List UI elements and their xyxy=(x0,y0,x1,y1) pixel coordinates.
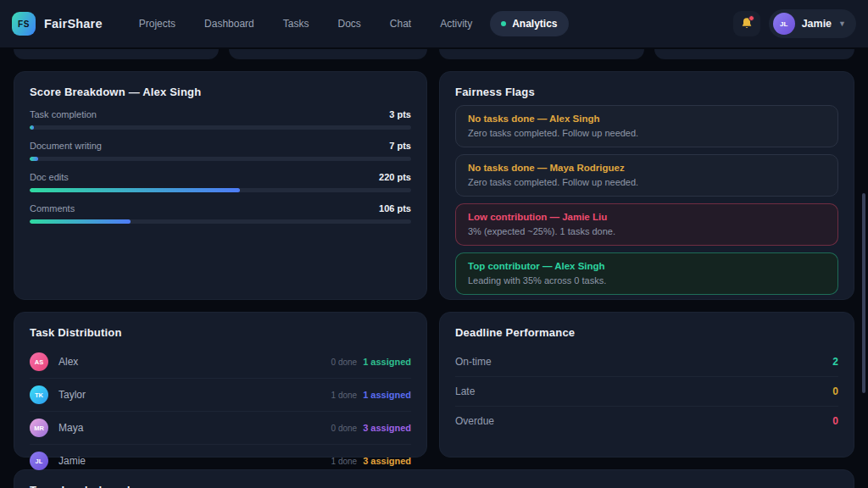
user-avatar: JL xyxy=(773,13,795,35)
member-avatar: JL xyxy=(30,452,48,470)
flag-description: 3% (expected ~25%). 1 tasks done. xyxy=(468,226,826,236)
task-distribution-row: MR Maya 0 done 3 assigned xyxy=(30,412,411,445)
task-distribution-title: Task Distribution xyxy=(30,326,411,339)
deadline-row-overdue: Overdue 0 xyxy=(455,407,838,435)
fairness-flags-title: Fairness Flags xyxy=(455,86,838,98)
score-value: 220 pts xyxy=(379,172,411,182)
member-avatar: AS xyxy=(30,352,48,371)
analytics-page: Score Breakdown — Alex Singh Task comple… xyxy=(0,47,868,488)
deadline-value: 2 xyxy=(832,356,838,368)
member-avatar: TK xyxy=(30,385,48,404)
score-bar-track xyxy=(30,125,411,130)
flag-description: Zero tasks completed. Follow up needed. xyxy=(468,128,826,138)
fairness-flag-card: Low contribution — Jamie Liu 3% (expecte… xyxy=(455,203,838,246)
flag-title: Top contributor — Alex Singh xyxy=(468,261,826,271)
score-bar-fill xyxy=(30,125,34,130)
nav-item-chat[interactable]: Chat xyxy=(379,11,422,36)
score-bar-track xyxy=(30,219,411,224)
stat-card-stub xyxy=(654,49,854,59)
deadline-value: 0 xyxy=(832,415,838,427)
flag-title: No tasks done — Alex Singh xyxy=(468,114,826,124)
deadline-row-late: Late 0 xyxy=(455,377,838,407)
stat-card-stub xyxy=(229,49,427,59)
score-value: 7 pts xyxy=(389,141,411,151)
assigned-count: 3 assigned xyxy=(363,423,411,433)
nav-item-analytics[interactable]: Analytics xyxy=(490,11,568,36)
vertical-scrollbar[interactable] xyxy=(862,193,865,393)
done-count: 1 done xyxy=(331,391,358,400)
flag-description: Leading with 35% across 0 tasks. xyxy=(468,275,826,286)
score-row-doc-edits: Doc edits 220 pts xyxy=(30,172,411,192)
task-distribution-row: AS Alex 0 done 1 assigned xyxy=(30,346,411,379)
navbar-right: JL Jamie ▼ xyxy=(733,9,856,38)
member-name: Taylor xyxy=(58,389,86,401)
deadline-value: 0 xyxy=(832,385,838,397)
stat-card-stub xyxy=(14,49,219,59)
user-menu[interactable]: JL Jamie ▼ xyxy=(769,9,856,38)
nav-item-dashboard[interactable]: Dashboard xyxy=(193,11,265,36)
notifications-button[interactable] xyxy=(733,11,760,36)
deadline-performance-panel: Deadline Performance On-time 2 Late 0 Ov… xyxy=(439,312,854,458)
score-bar-track xyxy=(30,188,411,192)
active-tab-dot-icon xyxy=(501,21,506,26)
score-label: Document writing xyxy=(30,141,102,151)
assigned-count: 3 assigned xyxy=(363,456,411,466)
member-name: Maya xyxy=(58,422,83,434)
fairness-flag-card: No tasks done — Maya Rodriguez Zero task… xyxy=(455,154,838,197)
deadline-row-on-time: On-time 2 xyxy=(455,347,838,377)
team-leaderboard-title: Team Leaderboard xyxy=(30,484,838,488)
navbar: FS FairShare Projects Dashboard Tasks Do… xyxy=(0,0,868,47)
score-label: Comments xyxy=(30,203,75,214)
fairness-flags-panel: Fairness Flags No tasks done — Alex Sing… xyxy=(439,71,854,300)
score-label: Task completion xyxy=(30,109,97,119)
brand-name[interactable]: FairShare xyxy=(44,17,103,30)
notification-badge xyxy=(748,15,754,21)
member-name: Alex xyxy=(58,356,78,368)
user-name: Jamie xyxy=(802,18,832,30)
app-logo-icon[interactable]: FS xyxy=(12,12,36,36)
member-name: Jamie xyxy=(58,455,86,467)
flag-title: No tasks done — Maya Rodriguez xyxy=(468,163,826,173)
task-distribution-row: JL Jamie 1 done 3 assigned xyxy=(30,445,411,477)
score-row-comments: Comments 106 pts xyxy=(30,203,411,224)
nav-item-docs[interactable]: Docs xyxy=(326,11,371,36)
done-count: 0 done xyxy=(331,358,358,367)
score-breakdown-panel: Score Breakdown — Alex Singh Task comple… xyxy=(14,71,427,300)
member-avatar: MR xyxy=(30,419,48,437)
score-bar-track xyxy=(30,157,411,161)
score-label: Doc edits xyxy=(30,172,69,182)
score-bar-fill xyxy=(30,188,240,192)
main-nav: Projects Dashboard Tasks Docs Chat Activ… xyxy=(128,11,569,36)
score-bar-fill xyxy=(30,157,38,161)
score-breakdown-title: Score Breakdown — Alex Singh xyxy=(30,86,411,98)
done-count: 1 done xyxy=(331,457,358,466)
fairness-flag-card: No tasks done — Alex Singh Zero tasks co… xyxy=(455,105,838,147)
deadline-label: Late xyxy=(455,385,475,397)
nav-item-analytics-label: Analytics xyxy=(512,18,557,30)
flag-description: Zero tasks completed. Follow up needed. xyxy=(468,177,826,187)
score-bar-fill xyxy=(30,219,131,224)
assigned-count: 1 assigned xyxy=(363,357,411,367)
nav-item-tasks[interactable]: Tasks xyxy=(272,11,320,36)
deadline-performance-title: Deadline Performance xyxy=(455,326,838,339)
score-row-document-writing: Document writing 7 pts xyxy=(30,141,411,161)
stat-card-stub-row xyxy=(14,49,854,59)
score-value: 3 pts xyxy=(389,109,411,119)
assigned-count: 1 assigned xyxy=(363,390,411,400)
score-row-task-completion: Task completion 3 pts xyxy=(30,109,411,130)
deadline-label: Overdue xyxy=(455,415,494,427)
task-distribution-row: TK Taylor 1 done 1 assigned xyxy=(30,379,411,412)
task-distribution-panel: Task Distribution AS Alex 0 done 1 assig… xyxy=(14,312,427,458)
fairness-flag-card: Top contributor — Alex Singh Leading wit… xyxy=(455,252,838,295)
score-value: 106 pts xyxy=(379,203,411,214)
done-count: 0 done xyxy=(331,424,358,433)
deadline-label: On-time xyxy=(455,356,492,368)
chevron-down-icon: ▼ xyxy=(838,19,846,28)
stat-card-stub xyxy=(439,49,644,59)
flag-title: Low contribution — Jamie Liu xyxy=(468,212,826,222)
nav-item-projects[interactable]: Projects xyxy=(128,11,186,36)
nav-item-activity[interactable]: Activity xyxy=(429,11,483,36)
